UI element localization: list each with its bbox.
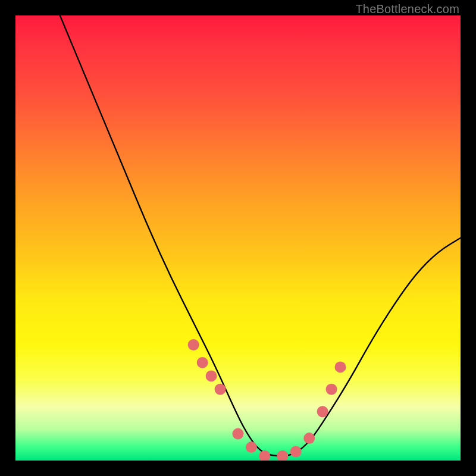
- highlight-dot: [303, 433, 315, 444]
- watermark-text: TheBottleneck.com: [355, 2, 459, 16]
- bottleneck-curve: [15, 15, 461, 461]
- highlight-dot: [335, 361, 346, 372]
- highlight-dot: [277, 450, 288, 461]
- highlight-dot: [233, 428, 244, 440]
- chart-frame: TheBottleneck.com: [0, 0, 476, 476]
- highlight-dot: [326, 384, 337, 395]
- highlight-dot: [215, 384, 226, 395]
- highlight-dot: [259, 450, 270, 461]
- highlight-dot: [206, 370, 217, 381]
- highlight-dot: [290, 446, 302, 458]
- curve-path: [60, 15, 461, 456]
- highlight-dot: [197, 357, 208, 368]
- highlight-dot: [188, 339, 199, 350]
- highlight-dot: [317, 406, 328, 417]
- highlight-dot: [246, 441, 257, 453]
